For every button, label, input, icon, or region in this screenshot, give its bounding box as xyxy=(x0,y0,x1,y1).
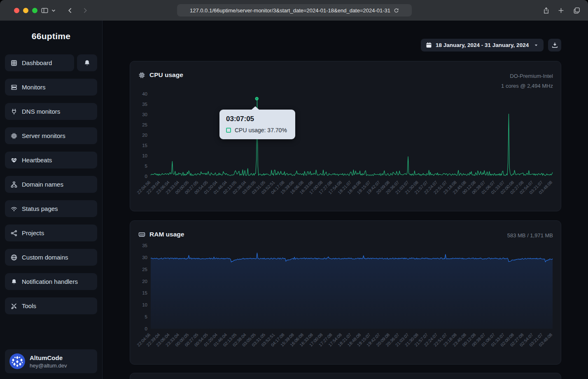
svg-text:15: 15 xyxy=(142,143,147,148)
back-button[interactable] xyxy=(65,5,75,15)
date-range-picker[interactable]: 18 January, 2024 - 31 January, 2024 xyxy=(421,39,544,51)
bell-icon xyxy=(11,278,17,285)
sidebar-toggle-icon[interactable] xyxy=(40,5,49,15)
svg-text:30: 30 xyxy=(142,255,147,260)
heartbeat-icon xyxy=(11,157,17,164)
reload-icon[interactable] xyxy=(394,8,399,13)
svg-text:20: 20 xyxy=(142,279,147,284)
svg-text:10: 10 xyxy=(142,302,147,307)
new-tab-button[interactable] xyxy=(556,5,566,15)
svg-text:35: 35 xyxy=(142,243,147,248)
tooltip-time: 03:07:05 xyxy=(226,115,289,123)
forward-button[interactable] xyxy=(80,5,90,15)
cpu-chart[interactable]: 403530252015105022:04:5622:39:0423:06:04… xyxy=(136,85,556,211)
svg-text:5: 5 xyxy=(145,164,147,168)
next-card-partial xyxy=(130,373,561,379)
series-swatch xyxy=(226,128,231,133)
sidebar-item-server-monitors[interactable]: Server monitors xyxy=(5,127,97,144)
sidebar-item-projects[interactable]: Projects xyxy=(5,225,97,241)
svg-text:5: 5 xyxy=(145,314,147,319)
browser-chrome: 127.0.0.1/66uptime/server-monitor/3&star… xyxy=(0,0,588,21)
share-icon[interactable] xyxy=(541,5,551,15)
sidebar-item-custom-domains[interactable]: Custom domains xyxy=(5,249,97,266)
sidebar-item-label: Monitors xyxy=(22,84,46,91)
ram-usage-value: 583 MB / 1,971 MB xyxy=(507,231,553,241)
ram-usage-card: RAM usage 583 MB / 1,971 MB 353025201510… xyxy=(130,220,561,365)
ram-card-title: RAM usage xyxy=(149,231,184,238)
wifi-icon xyxy=(11,206,17,212)
sidebar-item-label: Status pages xyxy=(22,205,58,212)
date-range-label: 18 January, 2024 - 31 January, 2024 xyxy=(436,42,529,48)
sidebar-item-label: Dashboard xyxy=(22,59,52,66)
zoom-window-button[interactable] xyxy=(32,8,37,13)
minimize-window-button[interactable] xyxy=(23,8,28,13)
ram-icon xyxy=(138,231,145,238)
notifications-bell-button[interactable] xyxy=(77,54,97,71)
svg-text:30: 30 xyxy=(142,112,147,117)
sidebar-item-status-pages[interactable]: Status pages xyxy=(5,200,97,217)
sidebar-item-dashboard[interactable]: Dashboard xyxy=(5,54,74,71)
close-window-button[interactable] xyxy=(14,8,19,13)
server-icon xyxy=(11,84,17,91)
sidebar-item-label: Notification handlers xyxy=(22,278,78,285)
download-report-button[interactable] xyxy=(548,39,561,51)
traffic-lights xyxy=(14,8,37,13)
caret-down-icon xyxy=(534,43,539,48)
sidebar-item-label: Projects xyxy=(22,229,44,236)
svg-text:25: 25 xyxy=(142,122,147,127)
sidebar: 66uptime DashboardMonitorsDNS monitorsSe… xyxy=(0,21,103,379)
sidebar-item-label: Heartbeats xyxy=(22,157,52,164)
sidebar-item-label: Tools xyxy=(22,302,36,309)
sidebar-item-notification-handlers[interactable]: Notification handlers xyxy=(5,273,97,290)
svg-text:20: 20 xyxy=(142,133,147,138)
chip-icon xyxy=(11,133,17,139)
grid-icon xyxy=(11,60,17,66)
sidebar-item-heartbeats[interactable]: Heartbeats xyxy=(5,152,97,168)
server-plan-label: DO-Premium-Intel xyxy=(501,71,553,81)
browser-window: 127.0.0.1/66uptime/server-monitor/3&star… xyxy=(0,0,588,379)
chevron-down-icon[interactable] xyxy=(50,5,57,15)
sidebar-item-domain-names[interactable]: Domain names xyxy=(5,176,97,193)
download-icon xyxy=(552,42,558,48)
svg-text:40: 40 xyxy=(142,91,147,96)
app-logo: 66uptime xyxy=(0,21,102,41)
sitemap-icon xyxy=(11,181,17,188)
share-nodes-icon xyxy=(11,230,17,236)
chart-tooltip: 03:07:05 CPU usage: 37.70% xyxy=(219,110,295,139)
globe-icon xyxy=(11,254,17,261)
user-name: AltumCode xyxy=(30,354,67,362)
sidebar-item-label: Domain names xyxy=(22,181,63,188)
sidebar-menu: DashboardMonitorsDNS monitorsServer moni… xyxy=(5,54,97,314)
user-email: hey@altum.dev xyxy=(30,363,67,369)
sidebar-item-label: Server monitors xyxy=(22,132,65,139)
sidebar-item-dns-monitors[interactable]: DNS monitors xyxy=(5,103,97,120)
svg-text:0: 0 xyxy=(145,174,147,179)
cpu-card-title: CPU usage xyxy=(149,71,183,79)
cpu-chip-icon xyxy=(138,72,145,79)
sidebar-item-monitors[interactable]: Monitors xyxy=(5,79,97,96)
ram-chart[interactable]: 3530252015105022:04:5622:39:0423:06:0423… xyxy=(136,241,556,363)
sidebar-item-tools[interactable]: Tools xyxy=(5,297,97,314)
cpu-usage-card: CPU usage DO-Premium-Intel 1 cores @ 2,4… xyxy=(130,61,561,211)
user-card[interactable]: AltumCode hey@altum.dev xyxy=(5,349,97,373)
sidebar-item-label: DNS monitors xyxy=(22,108,60,115)
sidebar-item-label: Custom domains xyxy=(22,254,68,261)
calendar-icon xyxy=(426,42,432,48)
svg-text:35: 35 xyxy=(142,102,147,107)
svg-text:15: 15 xyxy=(142,290,147,295)
url-text: 127.0.0.1/66uptime/server-monitor/3&star… xyxy=(190,7,390,14)
tab-overview-button[interactable] xyxy=(572,5,581,15)
tooltip-value: CPU usage: 37.70% xyxy=(235,127,287,133)
plug-icon xyxy=(11,108,17,115)
svg-text:0: 0 xyxy=(145,326,147,331)
url-field[interactable]: 127.0.0.1/66uptime/server-monitor/3&star… xyxy=(177,4,412,16)
svg-text:10: 10 xyxy=(142,153,147,158)
svg-text:25: 25 xyxy=(142,267,147,272)
avatar xyxy=(9,353,25,369)
tools-icon xyxy=(11,303,17,309)
main-content: 18 January, 2024 - 31 January, 2024 CPU … xyxy=(103,21,588,379)
